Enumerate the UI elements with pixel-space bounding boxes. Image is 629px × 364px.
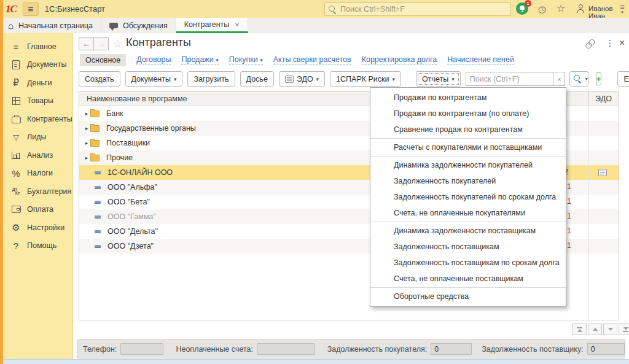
menu-item-suppliers-debt-by-terms[interactable]: Задолженность поставщикам по срокам долг… (370, 255, 566, 271)
row-label: 1С-ОНЛАЙН ООО (107, 168, 173, 177)
expand-arrow-icon[interactable]: ▸ (84, 140, 90, 146)
nav-acts[interactable]: Акты сверки расчетов (273, 55, 351, 65)
row-label: Поставщики (106, 139, 150, 147)
unpaid-invoices-field (257, 343, 315, 355)
item-dash-icon (95, 171, 101, 174)
sidebar-label: Настройки (27, 223, 64, 232)
scroll-down-button[interactable] (603, 323, 617, 335)
nav-main[interactable]: Основное (80, 54, 126, 66)
menu-item-buyers-debt[interactable]: Задолженность покупателей (370, 173, 566, 189)
grid-icon (10, 97, 22, 105)
app-title: 1С:БизнесСтарт (45, 4, 105, 14)
menu-item-unpaid-by-buyers[interactable]: Счета, не оплаченные покупателями (370, 205, 566, 221)
menu-item-sales-by-counterparty-paid[interactable]: Продажи по контрагентам (по оплате) (370, 106, 566, 122)
history-icon[interactable]: ◷ (538, 4, 546, 14)
dossier-button[interactable]: Досье (240, 71, 274, 87)
more-actions-icon[interactable]: ⋮ (606, 38, 614, 48)
folder-icon (90, 110, 100, 117)
sidebar-item-settings[interactable]: ⚙ Настройки (0, 219, 72, 237)
menu-item-suppliers-debt[interactable]: Задолженность поставщикам (370, 239, 566, 255)
get-link-icon[interactable] (584, 37, 596, 50)
menu-item-buyers-debt-by-terms[interactable]: Задолженность покупателей по срокам долг… (370, 189, 566, 205)
menu-lines-icon: ≡ (10, 42, 22, 51)
phone-field (120, 343, 163, 355)
load-button[interactable]: Загрузить (187, 71, 235, 87)
briefcase-icon (10, 114, 22, 123)
sidebar-item-help[interactable]: ? Помощь (0, 237, 72, 255)
global-search[interactable] (324, 2, 511, 16)
sidebar-item-goods[interactable]: Товары (0, 92, 72, 110)
more-button[interactable]: Еще▾ (617, 71, 629, 87)
nav-debt-adjustment[interactable]: Корректировка долга (362, 55, 437, 65)
tab-home[interactable]: ⌂ Начальная страница (0, 18, 101, 33)
window-bottom-border (0, 359, 629, 364)
nav-contracts[interactable]: Договоры (136, 55, 171, 65)
sidebar-item-counterparties[interactable]: Контрагенты (0, 110, 72, 128)
item-dash-icon (95, 230, 101, 233)
sidebar-item-leads[interactable]: ▽ Лиды (0, 128, 72, 147)
table-scroll-buttons (571, 323, 629, 335)
expand-arrow-icon[interactable]: ▸ (84, 110, 90, 117)
expand-arrow-icon[interactable]: ▸ (84, 155, 90, 161)
row-label: Банк (106, 109, 123, 118)
reports-button[interactable]: Отчеты▾ (416, 71, 461, 87)
add-to-favorites-star-icon[interactable]: ☆ (113, 37, 122, 50)
sidebar-item-accounting[interactable]: ДтКт Бухгалтерия (0, 182, 72, 201)
nav-purchases[interactable]: Покупки ▾ (229, 55, 263, 65)
create-button[interactable]: Создать (79, 71, 120, 87)
find-button[interactable]: ▾ (569, 71, 588, 87)
chevron-down-icon: ▾ (451, 76, 455, 82)
menu-item-settlements[interactable]: Расчеты с покупателями и поставщиками (370, 139, 566, 155)
menu-item-unpaid-to-suppliers[interactable]: Счета, не оплаченные поставщикам (370, 271, 566, 287)
user-icon[interactable] (576, 4, 585, 13)
tab-close-icon[interactable]: × (235, 20, 240, 29)
documents-button[interactable]: Документы▾ (125, 71, 183, 87)
nav-penalties[interactable]: Начисление пеней (447, 55, 514, 65)
column-edo-header[interactable]: ЭДО (588, 91, 619, 106)
service-menu-icon[interactable]: ≡ ▾ (618, 3, 627, 14)
menu-item-working-capital[interactable]: Оборотные средства (370, 288, 566, 304)
supplier-debt-label: Задолженность поставщику: (482, 345, 584, 354)
scroll-up-button[interactable] (588, 323, 602, 335)
sidebar-item-taxes[interactable]: % Налоги (0, 165, 72, 183)
clear-search-icon[interactable]: × (553, 72, 565, 85)
list-search[interactable]: × (466, 72, 565, 86)
partial-value: 1 (567, 212, 571, 220)
menu-separator (370, 222, 566, 222)
expand-arrow-icon[interactable]: ▸ (84, 125, 90, 131)
chevron-down-icon: ▾ (260, 57, 263, 63)
list-search-input[interactable] (466, 75, 553, 83)
partial-value: 1 (567, 227, 571, 235)
main-menu-button[interactable]: ≡ (23, 2, 39, 16)
nav-sales[interactable]: Продажи ▾ (181, 55, 218, 65)
spark-risks-button[interactable]: 1СПАРК Риски▾ (330, 71, 401, 87)
item-dash-icon (95, 201, 101, 203)
scroll-to-top-button[interactable] (572, 323, 587, 335)
menu-item-sales-by-counterparty[interactable]: Продажи по контрагентам (370, 90, 566, 106)
tab-discussions[interactable]: Обсуждения (101, 18, 176, 33)
tab-bar: ⌂ Начальная страница Обсуждения Контраге… (0, 18, 629, 34)
notifications-button[interactable]: 1 (516, 2, 529, 15)
back-button[interactable]: ← (79, 37, 94, 50)
sidebar-item-analysis[interactable]: Анализ (0, 146, 72, 165)
sidebar-item-money[interactable]: ₽ Деньги (0, 74, 72, 92)
row-label: ООО "Дзета" (107, 242, 154, 250)
favorites-star-icon[interactable]: ☆ (557, 4, 565, 14)
sidebar-item-payment[interactable]: Оплата (0, 201, 72, 219)
menu-item-suppliers-debt-dynamics[interactable]: Динамика задолженности поставщикам (370, 223, 566, 239)
edo-button[interactable]: ЭДО▾ (279, 71, 325, 87)
forward-button[interactable]: → (94, 37, 109, 50)
row-label: ООО "Дельта" (107, 227, 158, 236)
menu-separator (370, 287, 566, 288)
sidebar-item-documents[interactable]: Документы (0, 56, 72, 74)
sidebar-item-main[interactable]: ≡ Главное (0, 37, 72, 56)
debit-credit-icon: ДтКт (10, 188, 22, 195)
menu-item-buyers-debt-dynamics[interactable]: Динамика задолженности покупателей (370, 157, 566, 173)
menu-item-sales-comparison[interactable]: Сравнение продаж по контрагентам (370, 122, 566, 137)
add-window-button[interactable]: + (596, 72, 602, 85)
tab-counterparties[interactable]: Контрагенты × (176, 18, 248, 33)
scroll-to-bottom-button[interactable] (619, 323, 629, 335)
column-splitter[interactable] (588, 91, 589, 320)
close-form-icon[interactable]: × (619, 37, 625, 48)
global-search-input[interactable] (339, 4, 501, 14)
